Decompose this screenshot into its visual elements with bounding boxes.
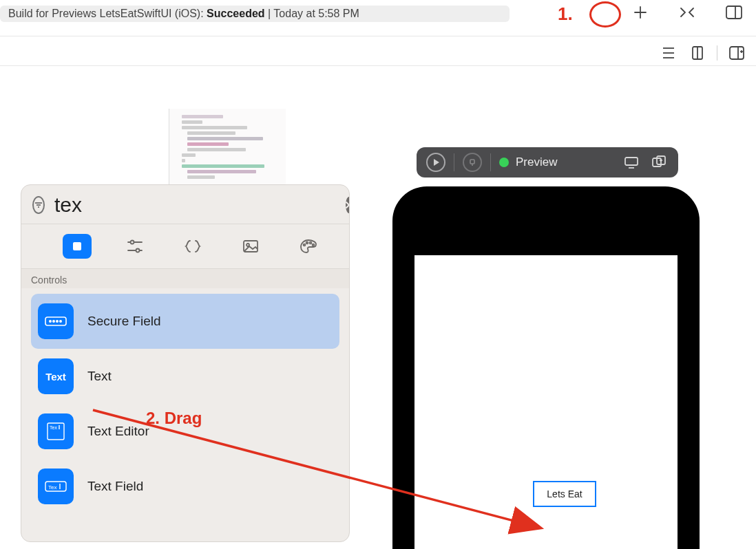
control-item-text[interactable]: Text Text (31, 349, 339, 404)
device-preview-frame: Lets Eat (392, 186, 700, 549)
svg-point-31 (304, 244, 306, 246)
svg-rect-47 (470, 160, 474, 164)
control-item-secure-field[interactable]: Secure Field (31, 294, 339, 349)
svg-rect-49 (625, 158, 638, 165)
build-status: Build for Previews LetsEatSwiftUI (iOS):… (0, 6, 510, 22)
svg-point-37 (53, 321, 54, 322)
tab-media[interactable] (236, 234, 265, 259)
status-dot-green (499, 158, 509, 167)
status-prefix: Build for Previews LetsEatSwiftUI (iOS): (8, 8, 207, 19)
svg-point-33 (310, 242, 312, 244)
control-label: Text Editor (87, 424, 149, 439)
svg-text:Tex: Tex (50, 425, 57, 430)
svg-rect-2 (726, 6, 742, 19)
svg-marker-46 (434, 159, 439, 166)
outline-icon[interactable] (659, 43, 678, 63)
code-review-icon[interactable] (678, 3, 697, 22)
tab-snippets[interactable] (178, 234, 207, 259)
section-label-controls: Controls (21, 269, 349, 288)
preview-element-text[interactable]: Lets Eat (533, 481, 596, 507)
preview-toolbar: Preview (417, 147, 678, 177)
pin-icon[interactable] (463, 153, 482, 172)
tab-color[interactable] (294, 234, 323, 259)
svg-text:Tex: Tex (48, 484, 56, 491)
text-icon: Text (38, 358, 74, 394)
library-popup: Controls Secure Field Text Text Tex Text… (21, 184, 350, 542)
status-result: Succeeded (207, 8, 264, 19)
tab-modifiers[interactable] (120, 234, 149, 259)
filter-icon[interactable] (32, 196, 45, 214)
code-minimap[interactable] (169, 109, 286, 191)
svg-point-34 (313, 244, 315, 246)
library-plus-button[interactable] (631, 3, 650, 22)
tab-views[interactable] (63, 234, 92, 259)
separator (490, 153, 491, 171)
svg-point-38 (56, 321, 58, 322)
device-screen[interactable]: Lets Eat (414, 255, 678, 549)
svg-point-39 (60, 321, 61, 322)
svg-point-26 (131, 241, 134, 244)
svg-rect-24 (73, 242, 81, 250)
library-search-input[interactable] (54, 193, 316, 217)
separator (454, 153, 454, 171)
svg-point-32 (306, 242, 308, 244)
control-item-text-editor[interactable]: Tex Text Editor (31, 404, 339, 459)
add-editor-icon[interactable] (727, 43, 746, 63)
separator (717, 45, 717, 61)
preview-label: Preview (516, 155, 557, 169)
control-label: Text Field (87, 479, 143, 494)
panel-toggle-icon[interactable] (724, 3, 744, 22)
svg-point-36 (50, 321, 51, 322)
control-item-text-field[interactable]: Tex Text Field (31, 459, 339, 514)
play-icon[interactable] (426, 153, 445, 172)
control-label: Secure Field (87, 314, 161, 329)
annotation-step1-circle (589, 1, 621, 28)
status-time: Today at 5:58 PM (273, 8, 359, 19)
control-label: Text (87, 369, 112, 384)
clear-icon[interactable] (346, 197, 350, 213)
minimap-icon[interactable] (688, 43, 707, 63)
annotation-step1: 1. (558, 3, 573, 25)
device-icon[interactable] (622, 153, 641, 172)
text-field-icon: Tex (38, 469, 74, 504)
svg-point-28 (136, 249, 140, 252)
status-sep: | (265, 8, 274, 19)
text-editor-icon: Tex (38, 413, 74, 449)
duplicate-icon[interactable] (649, 153, 669, 172)
secure-field-icon (38, 303, 74, 339)
